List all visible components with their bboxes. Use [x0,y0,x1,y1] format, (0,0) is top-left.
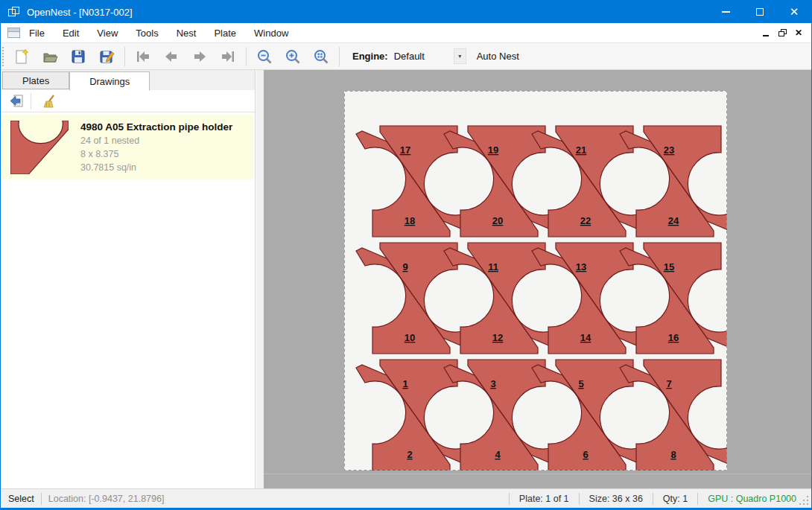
resize-grip[interactable] [798,494,808,505]
part-number: 13 [576,261,586,272]
minimize-icon [722,11,730,13]
menu-window[interactable]: Window [245,23,297,43]
save-as-icon [98,48,115,66]
status-qty: Qty: 1 [660,494,691,504]
part-number: 3 [490,378,495,389]
panel-splitter[interactable] [256,70,264,488]
drawing-list-item[interactable]: 4980 A05 Extraction pipe holder 24 of 1 … [1,115,253,180]
last-plate-button[interactable] [216,45,240,68]
new-document-icon [13,48,31,66]
toolbar-separator [246,47,247,66]
part-number: 15 [664,261,674,272]
status-separator [697,493,698,505]
part-number: 18 [405,215,415,226]
mdi-restore-button[interactable] [774,25,790,40]
part-number: 23 [664,144,674,156]
auto-nest-button[interactable]: Auto Nest [477,51,519,62]
part-number: 11 [488,261,498,272]
menu-view[interactable]: View [88,23,127,43]
zoom-in-button[interactable] [281,45,305,68]
app-window: OpenNest - [N0317-002] ✕ File Edit View … [0,0,812,510]
go-last-icon [219,48,237,66]
part-number: 24 [668,215,679,226]
menu-edit[interactable]: Edit [54,23,88,43]
mdi-close-button[interactable]: ✕ [790,25,807,40]
mdi-close-icon: ✕ [795,28,802,38]
drawing-area: 30.7815 sq/in [80,163,232,173]
open-folder-icon [41,48,59,66]
part-number: 2 [407,449,412,460]
mdi-minimize-icon [763,35,769,36]
status-mode: Select [8,494,34,504]
toolbar-separator [124,47,125,66]
status-plate: Plate: 1 of 1 [516,494,572,504]
status-separator [41,493,42,505]
status-size: Size: 36 x 36 [586,494,646,504]
go-first-icon [134,48,152,66]
menu-tools[interactable]: Tools [127,23,167,43]
import-drawing-icon [8,93,25,109]
status-separator [509,493,510,505]
zoom-fit-button[interactable] [309,45,333,68]
status-separator [653,493,653,505]
tab-plates[interactable]: Plates [2,71,69,89]
part-number: 22 [580,215,591,226]
zoom-in-icon [284,48,302,66]
part-number: 21 [576,144,586,156]
zoom-out-icon [256,48,273,66]
drawing-size: 8 x 8.375 [80,150,232,159]
zoom-out-button[interactable] [253,45,276,68]
chevron-down-icon: ▾ [458,53,461,60]
part-number: 12 [492,332,503,343]
part-number: 19 [488,144,498,156]
next-plate-button[interactable] [188,45,212,68]
nesting-canvas[interactable]: 171819202122232491011121314151612345678 [264,70,811,488]
new-document-button[interactable] [10,45,34,68]
engine-dropdown-button[interactable]: ▾ [454,48,466,64]
drawing-nested-count: 24 of 1 nested [80,136,232,146]
toolbar-separator [339,47,340,66]
broom-icon [42,93,58,109]
part-number: 4 [495,449,501,460]
tab-drawings[interactable]: Drawings [69,71,150,91]
engine-select[interactable]: Default [394,51,452,62]
status-location: Location: [-0.9437, 21.8796] [48,494,165,504]
menu-nest[interactable]: Nest [168,23,206,43]
engine-label: Engine: [352,51,388,62]
part-number: 17 [400,144,410,156]
app-icon [8,7,20,17]
menu-plate[interactable]: Plate [205,23,245,43]
maximize-button[interactable] [743,1,777,23]
toolbar-grip[interactable] [2,47,7,66]
part-thumbnail [10,121,69,174]
save-button[interactable] [66,45,90,68]
part-number: 1 [402,378,407,389]
open-button[interactable] [38,45,62,68]
part-number: 7 [666,378,671,389]
part-number: 9 [402,261,407,272]
status-gpu: GPU : Quadro P1000 [705,494,799,504]
part-number: 16 [668,332,679,343]
drawing-title: 4980 A05 Extraction pipe holder [80,121,232,133]
go-previous-icon [162,48,180,66]
drawings-toolbar [1,90,255,112]
main-toolbar: Engine: Default ▾ Auto Nest [1,43,811,70]
menu-file[interactable]: File [20,23,54,43]
zoom-fit-icon [312,48,330,66]
panel-toolbar-separator [31,93,31,109]
plate-view[interactable]: 171819202122232491011121314151612345678 [344,91,727,471]
minimize-button[interactable] [708,1,743,23]
clear-drawings-button[interactable] [39,92,61,111]
mdi-restore-icon [778,29,787,36]
mdi-minimize-button[interactable] [758,25,774,40]
save-icon [69,48,87,66]
close-button[interactable]: ✕ [777,1,811,23]
previous-plate-button[interactable] [159,45,183,68]
mdi-child-icon[interactable] [7,28,20,38]
save-as-button[interactable] [95,45,118,68]
title-bar: OpenNest - [N0317-002] ✕ [1,1,811,23]
canvas-divider [264,474,811,474]
import-drawing-button[interactable] [5,92,28,111]
part-number: 20 [492,215,503,226]
first-plate-button[interactable] [131,45,155,68]
